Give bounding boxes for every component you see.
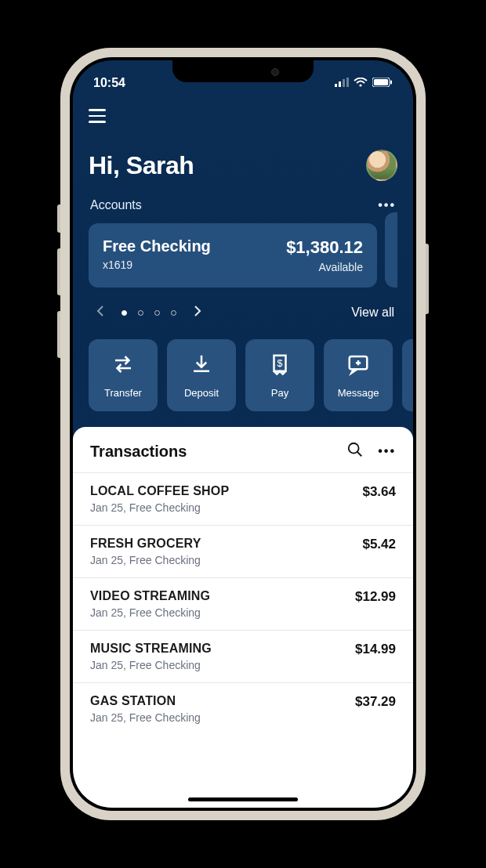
transaction-amount: $12.99 <box>355 589 396 605</box>
transaction-name: FRESH GROCERY <box>90 537 201 551</box>
cellular-icon <box>335 76 349 90</box>
accounts-label: Accounts <box>90 198 142 212</box>
deposit-icon <box>190 353 213 379</box>
account-card[interactable]: Free Checking x1619 $1,380.12 Available <box>89 223 377 288</box>
transfer-label: Transfer <box>104 387 142 399</box>
next-account-peek[interactable] <box>385 212 397 288</box>
deposit-button[interactable]: Deposit <box>167 339 236 411</box>
transaction-amount: $5.42 <box>362 537 396 552</box>
device-notch <box>172 60 314 82</box>
transactions-title: Transactions <box>90 443 187 461</box>
svg-rect-2 <box>343 79 345 87</box>
svg-text:$: $ <box>277 357 283 368</box>
accounts-more-icon[interactable]: ••• <box>378 198 396 212</box>
transactions-more-icon[interactable]: ••• <box>378 444 396 458</box>
transaction-subtext: Jan 25, Free Checking <box>90 554 201 566</box>
svg-point-11 <box>349 443 359 454</box>
status-time: 10:54 <box>93 76 125 90</box>
transaction-name: LOCAL COFFEE SHOP <box>90 484 229 498</box>
account-balance-label: Available <box>286 261 363 273</box>
transaction-row[interactable]: LOCAL COFFEE SHOP Jan 25, Free Checking … <box>73 472 413 525</box>
battery-icon <box>372 76 393 90</box>
search-icon[interactable] <box>346 441 364 461</box>
transfer-icon <box>111 353 135 379</box>
chevron-right-icon[interactable] <box>189 302 206 324</box>
transaction-row[interactable]: FRESH GROCERY Jan 25, Free Checking $5.4… <box>73 525 413 577</box>
transaction-amount: $37.29 <box>355 694 396 710</box>
next-action-peek[interactable] <box>402 339 413 411</box>
transaction-name: MUSIC STREAMING <box>90 642 212 656</box>
transaction-subtext: Jan 25, Free Checking <box>90 659 212 671</box>
message-button[interactable]: Message <box>324 339 393 411</box>
transactions-panel: Transactions ••• LOCAL COFFEE SHOP Jan 2… <box>73 427 413 808</box>
home-indicator[interactable] <box>188 797 298 801</box>
message-label: Message <box>338 387 379 399</box>
svg-rect-1 <box>339 81 341 87</box>
transaction-subtext: Jan 25, Free Checking <box>90 711 201 724</box>
message-icon <box>346 353 370 379</box>
account-mask: x1619 <box>103 259 211 271</box>
hamburger-menu-icon[interactable] <box>89 104 112 128</box>
transaction-subtext: Jan 25, Free Checking <box>90 606 210 619</box>
volume-buttons <box>57 204 60 374</box>
avatar[interactable] <box>366 150 397 181</box>
svg-point-4 <box>359 84 361 86</box>
transaction-amount: $14.99 <box>355 642 396 657</box>
page-indicator <box>121 310 176 316</box>
pay-label: Pay <box>271 387 288 399</box>
transaction-row[interactable]: MUSIC STREAMING Jan 25, Free Checking $1… <box>73 630 413 682</box>
svg-rect-7 <box>390 81 392 85</box>
pay-button[interactable]: $ Pay <box>245 339 314 411</box>
power-button <box>426 244 429 314</box>
transaction-name: GAS STATION <box>90 694 201 708</box>
greeting-title: Hi, Sarah <box>89 151 194 180</box>
svg-rect-3 <box>346 78 349 87</box>
svg-rect-0 <box>335 84 337 87</box>
view-all-link[interactable]: View all <box>351 306 394 320</box>
chevron-left-icon[interactable] <box>92 302 109 324</box>
transfer-button[interactable]: Transfer <box>89 339 158 411</box>
transaction-row[interactable]: VIDEO STREAMING Jan 25, Free Checking $1… <box>73 577 413 630</box>
transaction-amount: $3.64 <box>362 484 396 500</box>
account-balance: $1,380.12 <box>286 237 363 258</box>
transaction-row[interactable]: GAS STATION Jan 25, Free Checking $37.29 <box>73 682 413 735</box>
deposit-label: Deposit <box>184 387 219 399</box>
transaction-name: VIDEO STREAMING <box>90 589 210 603</box>
wifi-icon <box>354 76 368 90</box>
account-name: Free Checking <box>103 237 211 255</box>
pay-icon: $ <box>268 353 292 379</box>
transaction-subtext: Jan 25, Free Checking <box>90 501 229 514</box>
svg-rect-6 <box>374 79 388 85</box>
phone-frame: 10:54 Hi, Sar <box>60 48 426 820</box>
